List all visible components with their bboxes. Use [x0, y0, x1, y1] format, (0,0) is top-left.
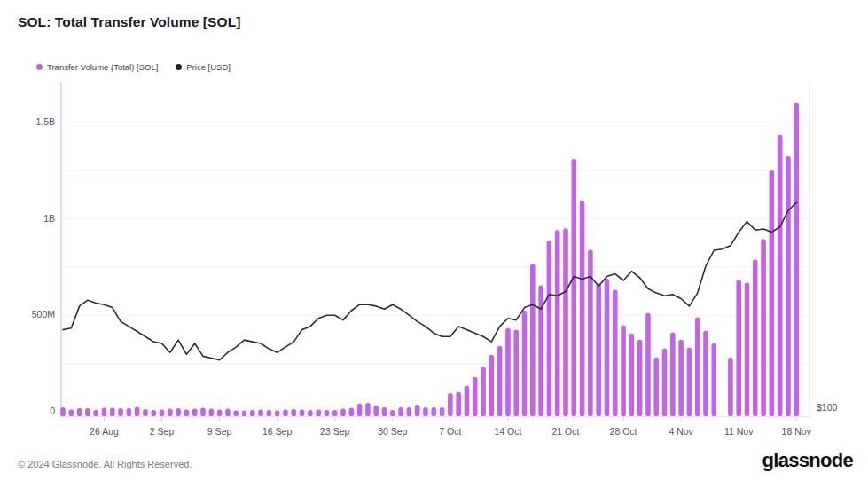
volume-bar — [340, 409, 346, 416]
volume-bar — [440, 407, 445, 416]
volume-bar — [143, 409, 148, 416]
x-axis-tick-label: 16 Sep — [262, 426, 292, 437]
volume-bar — [489, 355, 495, 416]
volume-bar — [588, 249, 593, 416]
transfer-volume-price-chart[interactable] — [0, 0, 868, 489]
volume-bar — [209, 409, 215, 416]
volume-bar — [580, 201, 585, 416]
glassnode-logo: glassnode — [762, 449, 853, 472]
volume-bar — [621, 326, 626, 416]
volume-bar — [629, 334, 635, 416]
x-axis-tick-label: 9 Sep — [207, 426, 231, 437]
volume-bar — [85, 408, 90, 416]
volume-bar — [316, 409, 321, 416]
volume-bar — [151, 410, 156, 416]
x-axis-tick-label: 30 Sep — [378, 426, 407, 437]
volume-bar — [794, 103, 799, 416]
volume-bar — [465, 386, 470, 416]
y-axis-tick-label: 500M — [0, 309, 55, 319]
volume-bar — [77, 408, 82, 416]
y-axis-tick-label: 0 — [0, 406, 55, 416]
volume-bar — [225, 409, 231, 416]
volume-bar — [703, 331, 708, 416]
volume-bar — [398, 407, 403, 416]
volume-bar — [547, 241, 552, 416]
copyright-text: © 2024 Glassnode. All Rights Reserved. — [18, 459, 192, 469]
x-axis-tick-label: 2 Sep — [150, 426, 174, 437]
volume-bar — [423, 407, 428, 416]
volume-bar — [69, 409, 74, 416]
volume-bar — [60, 407, 66, 416]
volume-bar — [497, 346, 503, 416]
volume-bar — [217, 409, 223, 416]
volume-bar — [300, 409, 305, 416]
volume-bar — [93, 410, 98, 416]
volume-bar — [192, 409, 198, 416]
price-line — [63, 202, 796, 359]
volume-bar — [712, 343, 717, 416]
x-axis-tick-label: 11 Nov — [724, 426, 754, 437]
volume-bar — [233, 410, 239, 416]
x-axis-tick-label: 26 Aug — [90, 426, 119, 437]
volume-bar — [184, 409, 190, 416]
y-axis-tick-label: 1B — [0, 213, 55, 224]
volume-bar — [242, 410, 247, 416]
volume-bar — [753, 259, 758, 416]
volume-bar — [555, 230, 560, 416]
volume-bar — [513, 330, 519, 416]
volume-bar — [373, 406, 379, 416]
volume-bar — [332, 410, 338, 416]
volume-bar — [283, 409, 288, 416]
volume-bar — [678, 340, 684, 416]
volume-bar — [505, 328, 511, 416]
volume-bar — [275, 410, 280, 416]
volume-bar — [662, 349, 668, 416]
volume-bar — [382, 407, 387, 416]
volume-bar — [168, 409, 173, 416]
x-axis-tick-label: 7 Oct — [439, 426, 461, 437]
volume-bar — [431, 407, 436, 416]
volume-bar — [645, 313, 651, 416]
volume-bar — [770, 170, 775, 416]
x-axis-tick-label: 28 Oct — [610, 426, 637, 437]
price-axis-tick-label: $100 — [817, 402, 837, 413]
volume-bar — [407, 407, 412, 416]
volume-bar — [102, 407, 107, 416]
volume-bar — [695, 317, 700, 416]
volume-bar — [258, 409, 263, 416]
volume-bar — [522, 311, 528, 416]
volume-bar — [456, 392, 461, 416]
volume-bar — [390, 410, 395, 416]
volume-bar — [563, 228, 568, 416]
volume-bar — [596, 283, 601, 416]
volume-bar — [365, 403, 371, 416]
volume-bar — [267, 410, 272, 416]
volume-bar — [530, 264, 536, 416]
volume-bar — [637, 340, 643, 416]
volume-bar — [653, 358, 659, 416]
volume-bar — [291, 409, 296, 416]
x-axis-tick-label: 14 Oct — [494, 426, 521, 437]
volume-bar — [613, 289, 618, 416]
volume-bar — [605, 279, 610, 416]
volume-bar — [110, 407, 115, 416]
glassnode-chart-page: { "header": { "title": "SOL: Total Trans… — [0, 0, 868, 489]
volume-bar — [736, 280, 741, 416]
volume-bar — [761, 239, 766, 416]
volume-bar — [481, 367, 486, 416]
volume-bar — [670, 333, 676, 416]
x-axis-tick-label: 21 Oct — [552, 426, 580, 437]
volume-bar — [135, 407, 140, 416]
x-axis-tick-label: 4 Nov — [669, 426, 692, 437]
y-axis-tick-label: 1.5B — [0, 116, 55, 127]
volume-bar — [250, 410, 255, 416]
volume-bar — [786, 156, 791, 416]
volume-bar — [349, 407, 355, 416]
volume-bar — [200, 407, 206, 416]
x-axis-tick-label: 23 Sep — [320, 426, 349, 437]
volume-bar — [127, 408, 132, 416]
volume-bar — [571, 159, 576, 416]
volume-bar — [448, 393, 453, 416]
volume-bar — [728, 358, 733, 416]
volume-bar — [745, 283, 750, 416]
